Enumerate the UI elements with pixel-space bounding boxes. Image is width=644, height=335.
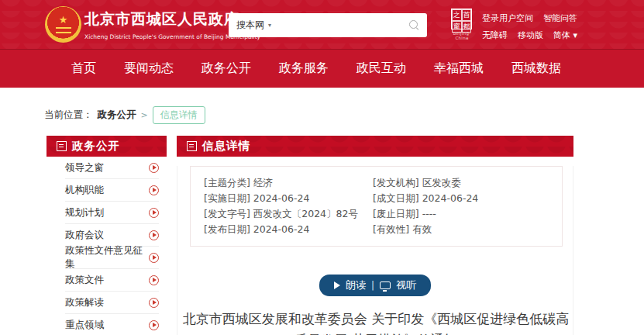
meta-publish-date: [发布日期]2024-06-24 [204, 222, 373, 237]
search-box[interactable]: 搜本网 ▾ [229, 13, 427, 37]
breadcrumb-current-tag: 信息详情 [153, 106, 205, 124]
audio-visual-label: 视听 [396, 278, 416, 292]
smart-qa-link[interactable]: 智能问答 [543, 12, 577, 24]
sidebar-item-label: 政府会议 [65, 229, 104, 242]
sidebar-item-label: 政策解读 [65, 296, 104, 309]
language-simplified-link[interactable]: 简体 ▾ [553, 29, 577, 41]
sidebar-item-policy-docs[interactable]: 政策文件 [65, 269, 159, 292]
metadata-right-column: [发文机构]区发改委 [成文日期]2024-06-24 [废止日期]---- [… [373, 175, 556, 237]
document-icon [187, 141, 197, 151]
meta-repeal-date: [废止日期]---- [373, 206, 556, 222]
panel-title: 信息详情 [202, 139, 250, 154]
capital-window-seal-logo[interactable]: 之 首 窗 都 [451, 9, 472, 29]
sidebar-item-functions[interactable]: 机构职能 [65, 179, 159, 202]
sidebar-item-label: 领导之窗 [65, 161, 104, 174]
breadcrumb-separator: > [141, 110, 148, 120]
seal-char: 首 [462, 9, 472, 21]
panel-body: [主题分类]经济 [实施日期]2024-06-24 [发文字号]西发改文〔202… [177, 166, 573, 335]
play-icon [334, 281, 340, 289]
sidebar-title: 政务公开 [72, 139, 120, 154]
sidebar-item-policy-comments[interactable]: 政策性文件意见征集 [65, 247, 159, 269]
meta-topic-category: [主题分类]经济 [204, 175, 373, 191]
sidebar-item-leaders[interactable]: 领导之窗 [65, 157, 159, 179]
circle-arrow-icon [149, 230, 159, 240]
sidebar-item-gov-meetings[interactable]: 政府会议 [65, 224, 159, 247]
content-container: 政务公开 领导之窗 机构职能 规划计划 政府会议 政策性文件意见征集 政策文件 … [46, 136, 573, 335]
nav-item-interaction[interactable]: 政民互动 [356, 60, 406, 77]
circle-arrow-icon [149, 208, 159, 218]
document-metadata: [主题分类]经济 [实施日期]2024-06-24 [发文字号]西发改文〔202… [190, 166, 563, 247]
mobile-version-link[interactable]: 移动版 [518, 29, 543, 41]
meta-implementation-date: [实施日期]2024-06-24 [204, 191, 373, 206]
circle-arrow-icon [149, 185, 159, 195]
breadcrumb-prefix: 当前位置： [44, 109, 93, 122]
login-user-space-link[interactable]: 登录用户空间 [482, 12, 533, 24]
emblem-star-icon: ★ [59, 15, 68, 25]
header-links: 登录用户空间 智能问答 无障碍 移动版 简体 ▾ [482, 12, 577, 47]
breadcrumb: 当前位置： 政务公开 > 信息详情 [44, 106, 644, 124]
sidebar-item-label: 重点领域 [65, 319, 104, 332]
nav-item-gov-services[interactable]: 政务服务 [279, 60, 329, 77]
search-scope-label: 搜本网 [236, 19, 264, 32]
nav-item-news[interactable]: 要闻动态 [124, 60, 174, 77]
sidebar-item-plans[interactable]: 规划计划 [65, 202, 159, 224]
circle-arrow-icon [149, 320, 159, 330]
search-icon[interactable] [409, 20, 419, 30]
sidebar-header: 政务公开 [46, 136, 167, 157]
meta-written-date: [成文日期]2024-06-24 [373, 191, 556, 206]
media-button-wrap: 朗读 | 视听 [177, 275, 573, 296]
article-title: 北京市西城区发展和改革委员会 关于印发《西城区促进绿色低碳高质量发展 若干措施》… [177, 309, 574, 335]
sidebar-item-label: 规划计划 [65, 206, 104, 219]
meta-validity: [有效性]有效 [373, 222, 556, 237]
meta-document-number: [发文字号]西发改文〔2024〕82号 [204, 206, 373, 222]
sidebar-item-label: 机构职能 [65, 184, 104, 197]
seal-caption: Beijing-China [448, 31, 476, 40]
meta-issuing-agency: [发文机构]区发改委 [373, 175, 556, 191]
search-scope-dropdown[interactable]: 搜本网 ▾ [236, 19, 271, 32]
button-divider: | [371, 280, 374, 291]
read-aloud-label: 朗读 [346, 278, 366, 292]
sidebar-item-policy-interpretation[interactable]: 政策解读 [65, 292, 159, 314]
sidebar-item-label: 政策性文件意见征集 [65, 244, 149, 271]
sidebar-gov-disclosure: 政务公开 领导之窗 机构职能 规划计划 政府会议 政策性文件意见征集 政策文件 … [46, 136, 167, 335]
circle-arrow-icon [149, 275, 159, 285]
main-navigation: 首页 要闻动态 政务公开 政务服务 政民互动 幸福西城 西城数据 [0, 49, 644, 88]
breadcrumb-section-link[interactable]: 政务公开 [98, 109, 136, 122]
monitor-icon [380, 281, 391, 289]
search-input[interactable] [277, 18, 403, 33]
document-icon [57, 141, 67, 151]
emblem-gate-icon [56, 27, 71, 33]
accessibility-link[interactable]: 无障碍 [482, 29, 508, 41]
circle-arrow-icon [149, 253, 159, 263]
panel-header: 信息详情 [177, 136, 573, 157]
nav-item-xicheng-data[interactable]: 西城数据 [511, 60, 561, 77]
seal-char: 之 [452, 9, 462, 21]
chevron-down-icon: ▾ [268, 22, 271, 29]
nav-item-home[interactable]: 首页 [71, 60, 96, 77]
sidebar-item-label: 政策文件 [65, 274, 104, 287]
circle-arrow-icon [149, 298, 159, 308]
info-detail-panel: 信息详情 [主题分类]经济 [实施日期]2024-06-24 [发文字号]西发改… [177, 136, 573, 335]
read-aloud-视听-button[interactable]: 朗读 | 视听 [319, 275, 431, 296]
site-header: ★ 北京市西城区人民政府 Xicheng District People's G… [0, 0, 644, 49]
nav-item-happy-xicheng[interactable]: 幸福西城 [434, 60, 484, 77]
sidebar-item-key-areas[interactable]: 重点领域 [65, 314, 159, 335]
circle-arrow-icon [149, 163, 159, 173]
national-emblem-logo[interactable]: ★ [45, 6, 81, 43]
nav-item-gov-disclosure[interactable]: 政务公开 [201, 60, 251, 77]
metadata-left-column: [主题分类]经济 [实施日期]2024-06-24 [发文字号]西发改文〔202… [204, 175, 373, 237]
